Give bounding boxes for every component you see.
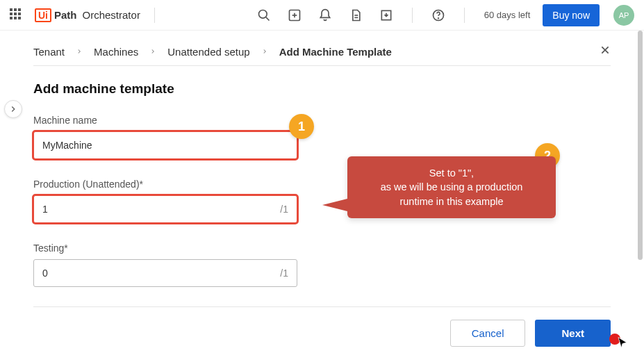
add-icon[interactable]	[283, 3, 306, 27]
close-icon[interactable]	[600, 44, 611, 58]
annotation-callout: Set to "1", as we will be using a produc…	[347, 156, 556, 218]
avatar[interactable]: AP	[613, 5, 634, 26]
page-title: Add machine template	[33, 81, 611, 97]
machine-name-field: Machine name MyMachine	[33, 115, 611, 159]
document-icon[interactable]	[344, 3, 368, 27]
breadcrumb-tenant[interactable]: Tenant	[33, 46, 65, 58]
testing-input[interactable]: 0 /1	[33, 259, 297, 287]
top-bar: Ui Path Orchestrator 60 days left Buy no…	[0, 0, 644, 31]
next-button[interactable]: Next	[535, 320, 611, 347]
logo-path: Path	[54, 9, 77, 21]
divider	[154, 8, 155, 23]
cancel-button[interactable]: Cancel	[450, 320, 526, 347]
breadcrumb-machines[interactable]: Machines	[94, 46, 138, 58]
buy-now-button[interactable]: Buy now	[543, 4, 600, 26]
trial-days-label: 60 days left	[484, 10, 531, 20]
bell-icon[interactable]	[313, 3, 337, 27]
chevron-right-icon	[76, 45, 83, 58]
breadcrumb-current: Add Machine Template	[279, 46, 392, 58]
brand-logo[interactable]: Ui Path Orchestrator	[35, 8, 140, 22]
testing-suffix: /1	[280, 268, 288, 279]
chevron-right-icon	[149, 45, 156, 58]
chevron-right-icon	[261, 45, 268, 58]
machine-name-label: Machine name	[33, 115, 611, 126]
testing-field: Testing* 0 /1	[33, 243, 611, 287]
machine-name-value: MyMachine	[42, 140, 92, 151]
expand-sidebar-handle[interactable]	[4, 100, 22, 118]
apps-grid-icon[interactable]	[10, 8, 24, 22]
annotation-badge-1: 1	[289, 114, 314, 139]
scrollbar[interactable]	[638, 31, 643, 260]
divider	[464, 8, 465, 23]
testing-value: 0	[42, 268, 48, 279]
machine-name-input[interactable]: MyMachine	[33, 131, 297, 159]
search-icon[interactable]	[252, 3, 276, 27]
svg-line-1	[266, 17, 270, 20]
footer-actions: Cancel Next	[33, 306, 611, 347]
help-icon[interactable]	[427, 3, 450, 27]
breadcrumb-unattended-setup[interactable]: Unattended setup	[167, 46, 249, 58]
callout-line-2: as we will be using a production	[360, 180, 543, 194]
cursor-arrow-icon	[616, 336, 629, 352]
logo-ui: Ui	[35, 8, 51, 22]
production-value: 1	[42, 204, 48, 215]
testing-label: Testing*	[33, 243, 611, 254]
divider	[412, 8, 413, 23]
svg-point-0	[258, 10, 267, 18]
production-suffix: /1	[280, 204, 288, 215]
download-box-icon[interactable]	[374, 3, 398, 27]
product-name: Orchestrator	[83, 9, 140, 21]
breadcrumb: Tenant Machines Unattended setup Add Mac…	[33, 38, 611, 66]
callout-line-3: runtime in this example	[360, 195, 543, 208]
production-input[interactable]: 1 /1	[33, 195, 297, 223]
svg-point-9	[438, 17, 438, 18]
callout-line-1: Set to "1",	[360, 166, 543, 180]
